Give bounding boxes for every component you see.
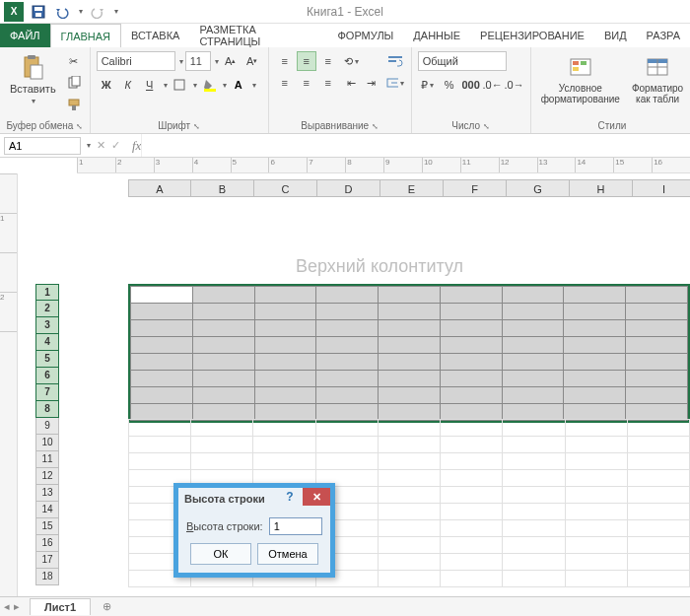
row-header[interactable]: 17: [35, 552, 59, 569]
svg-rect-9: [72, 105, 76, 110]
increase-indent-icon[interactable]: ⇥: [362, 73, 381, 93]
selected-range[interactable]: [128, 284, 690, 423]
italic-button[interactable]: К: [118, 75, 138, 95]
number-format-combo[interactable]: Общий: [418, 51, 507, 71]
align-center-icon[interactable]: ≡: [297, 73, 316, 93]
cancel-formula-icon[interactable]: ✕: [97, 139, 105, 152]
align-right-icon[interactable]: ≡: [318, 73, 338, 93]
row-header[interactable]: 1: [35, 284, 59, 301]
col-header[interactable]: C: [254, 179, 317, 197]
row-header[interactable]: 18: [35, 569, 59, 585]
sheet-nav-prev-icon[interactable]: ◂: [4, 600, 10, 613]
conditional-formatting-button[interactable]: Условное форматирование: [537, 51, 624, 106]
group-number-label: Число ⤡: [418, 118, 524, 131]
row-header[interactable]: 16: [35, 535, 59, 552]
save-icon[interactable]: [30, 3, 47, 21]
increase-font-icon[interactable]: A▴: [221, 51, 241, 71]
align-middle-icon[interactable]: ≡: [297, 51, 316, 71]
cut-icon[interactable]: ✂: [64, 51, 84, 71]
col-header[interactable]: D: [317, 179, 380, 197]
tab-developer[interactable]: РАЗРА: [637, 24, 690, 47]
row-header[interactable]: 11: [35, 451, 59, 468]
paste-dropdown-icon[interactable]: ▾: [32, 97, 35, 105]
row-header[interactable]: 3: [35, 317, 59, 334]
row-header[interactable]: 14: [35, 502, 59, 518]
underline-button[interactable]: Ч: [140, 75, 160, 95]
paste-button[interactable]: Вставить ▾: [6, 51, 60, 107]
row-header[interactable]: 2: [35, 301, 59, 317]
name-box[interactable]: [4, 137, 81, 155]
row-header[interactable]: 13: [35, 485, 59, 502]
border-icon[interactable]: [170, 75, 189, 95]
copy-icon[interactable]: [64, 73, 84, 93]
col-header[interactable]: B: [191, 179, 254, 197]
ribbon-tabs: ФАЙЛ ГЛАВНАЯ ВСТАВКА РАЗМЕТКА СТРАНИЦЫ Ф…: [0, 24, 690, 47]
undo-icon[interactable]: [53, 3, 71, 21]
orientation-icon[interactable]: ⟲▾: [342, 51, 362, 71]
row-header[interactable]: 4: [35, 334, 59, 351]
row-header[interactable]: 12: [35, 468, 59, 485]
col-header[interactable]: G: [507, 179, 570, 197]
tab-home[interactable]: ГЛАВНАЯ: [50, 24, 121, 47]
font-color-icon[interactable]: A: [229, 75, 248, 95]
formula-input[interactable]: [141, 134, 690, 157]
quick-access-toolbar: X ▾ ▾: [4, 2, 118, 22]
decrease-font-icon[interactable]: A▾: [242, 51, 262, 71]
row-header[interactable]: 15: [35, 518, 59, 535]
bold-button[interactable]: Ж: [97, 75, 116, 95]
redo-icon[interactable]: [89, 3, 106, 21]
dialog-title-bar[interactable]: Высота строки ? ✕: [178, 488, 330, 510]
sheet-tab[interactable]: Лист1: [30, 598, 91, 615]
col-header[interactable]: E: [380, 179, 444, 197]
align-left-icon[interactable]: ≡: [275, 73, 295, 93]
row-header[interactable]: 10: [35, 435, 59, 451]
merge-icon[interactable]: ▾: [385, 73, 405, 93]
align-bottom-icon[interactable]: ≡: [318, 51, 338, 71]
format-painter-icon[interactable]: [64, 95, 84, 114]
tab-view[interactable]: ВИД: [594, 24, 637, 47]
font-size-combo[interactable]: 11: [185, 51, 211, 71]
percent-icon[interactable]: %: [440, 75, 459, 95]
format-as-table-button[interactable]: Форматиро как табли: [628, 51, 687, 106]
undo-dropdown-icon[interactable]: ▾: [79, 7, 83, 16]
col-header[interactable]: I: [633, 179, 690, 197]
tab-data[interactable]: ДАННЫЕ: [403, 24, 470, 47]
tab-formulas[interactable]: ФОРМУЛЫ: [327, 24, 403, 47]
comma-icon[interactable]: 000: [461, 75, 481, 95]
row-header[interactable]: 6: [35, 368, 59, 384]
tab-file[interactable]: ФАЙЛ: [0, 24, 50, 47]
decrease-indent-icon[interactable]: ⇤: [342, 73, 362, 93]
dialog-close-button[interactable]: ✕: [303, 488, 330, 506]
font-name-combo[interactable]: Calibri: [97, 51, 175, 71]
increase-decimal-icon[interactable]: .0←: [483, 75, 503, 95]
row-header[interactable]: 5: [35, 351, 59, 368]
tab-review[interactable]: РЕЦЕНЗИРОВАНИЕ: [470, 24, 594, 47]
col-header[interactable]: H: [570, 179, 633, 197]
enter-formula-icon[interactable]: ✓: [111, 139, 120, 152]
sheet-nav-next-icon[interactable]: ▸: [14, 600, 20, 613]
dialog-help-button[interactable]: ?: [279, 488, 301, 506]
wrap-text-icon[interactable]: [385, 51, 405, 71]
row-height-input[interactable]: [269, 517, 322, 535]
window-title: Книга1 - Excel: [307, 5, 383, 19]
page-header-placeholder[interactable]: Верхний колонтитул: [296, 256, 463, 277]
add-sheet-button[interactable]: ⊕: [97, 597, 116, 617]
decrease-decimal-icon[interactable]: .0→: [505, 75, 524, 95]
row-header[interactable]: 8: [35, 401, 59, 418]
align-top-icon[interactable]: ≡: [275, 51, 295, 71]
row-header[interactable]: 7: [35, 384, 59, 401]
tab-insert[interactable]: ВСТАВКА: [121, 24, 189, 47]
qat-customize-icon[interactable]: ▾: [114, 7, 118, 16]
fx-icon[interactable]: fx: [132, 138, 141, 154]
currency-icon[interactable]: ₽▾: [418, 75, 438, 95]
fill-color-icon[interactable]: [199, 75, 219, 95]
cancel-button[interactable]: Отмена: [257, 543, 318, 565]
row-headers[interactable]: 1 2 3 4 5 6 7 8 9 10 11 12 13 14 15 16 1…: [35, 284, 59, 585]
horizontal-ruler: 12345678910111213141516: [77, 158, 690, 173]
column-headers[interactable]: A B C D E F G H I: [128, 179, 690, 197]
ok-button[interactable]: ОК: [190, 543, 251, 565]
col-header[interactable]: F: [444, 179, 507, 197]
col-header[interactable]: A: [128, 179, 191, 197]
row-header[interactable]: 9: [35, 418, 59, 435]
tab-page-layout[interactable]: РАЗМЕТКА СТРАНИЦЫ: [189, 24, 327, 47]
